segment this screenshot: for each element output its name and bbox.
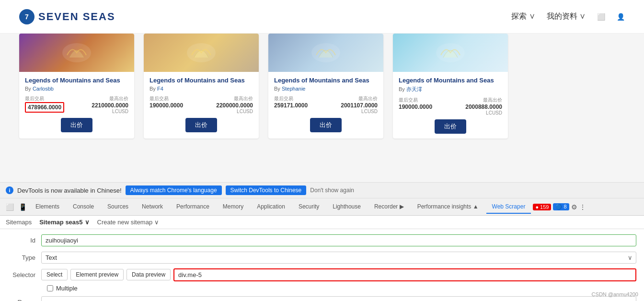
card-item: Legends of Mountains and Seas By Stephan… [268,34,383,139]
devtools-tab-security[interactable]: Security [293,200,325,214]
user-icon[interactable]: 👤 [617,13,625,21]
card-image [144,34,259,72]
nav-explore[interactable]: 探索 ∨ [511,12,535,22]
card-prices: 最后交易 190000.0000 最高出价 2200000.0000 LCUSD [150,95,253,114]
max-price-value: 2000888.0000 [465,104,502,110]
last-trade-label: 最后交易 [274,95,308,102]
last-trade-label: 最后交易 [399,97,432,104]
info-icon: i [6,186,13,194]
currency: LCUSD [92,109,128,114]
header: 7 SEVEN SEAS 探索 ∨ 我的资料 ∨ ⬜ 👤 [0,0,644,34]
match-language-button[interactable]: Always match Chrome's language [126,185,222,195]
devtools-tab-console[interactable]: Console [67,200,100,214]
id-row: Id [8,233,636,247]
bid-button[interactable]: 出价 [185,118,217,132]
card-author: By F4 [150,86,253,92]
id-label: Id [8,237,41,244]
currency: LCUSD [465,110,502,116]
devtools-device-icon[interactable]: 📱 [17,203,29,211]
multiple-row: Multiple [47,285,636,292]
devtools-panel: ⬜ 📱 ElementsConsoleSourcesNetworkPerform… [0,198,644,301]
max-price-block: 最高出价 2210000.0000 LCUSD [92,95,128,114]
card-author: By Carlosbb [25,86,128,92]
regex-input[interactable] [41,296,636,301]
more-options-icon[interactable]: ⋮ [579,203,586,211]
cards-row: Legends of Mountains and Seas By Carlosb… [19,34,625,139]
logo-text: SEVEN SEAS [38,11,115,23]
devtools-tab-application[interactable]: Application [251,200,291,214]
last-trade-value: 190000.0000 [150,102,183,109]
id-input[interactable] [41,234,636,246]
logo-area: 7 SEVEN SEAS [19,9,115,24]
max-price-label: 最高出价 [216,95,253,102]
nav-profile[interactable]: 我的资料 ∨ [547,12,586,22]
card-title: Legends of Mountains and Seas [274,77,378,84]
max-price-label: 最高出价 [92,95,128,102]
regex-label: Regex [8,299,41,301]
devtools-tab-network[interactable]: Network [136,200,169,214]
devtools-inspect-icon[interactable]: ⬜ [4,203,16,211]
create-sitemap-link[interactable]: Create new sitemap ∨ [97,219,160,226]
devtools-tab-lighthouse[interactable]: Lighthouse [327,200,367,214]
last-trade-block: 最后交易 259171.0000 [274,95,308,109]
dont-show-link[interactable]: Don't show again [310,187,354,194]
card-prices: 最后交易 190000.0000 最高出价 2000888.0000 LCUSD [399,97,502,116]
multiple-checkbox[interactable] [47,285,53,291]
bid-button[interactable]: 出价 [61,118,92,132]
max-price-value: 2210000.0000 [92,102,128,109]
devtools-tab-web-scraper[interactable]: Web Scraper [486,200,531,214]
last-trade-label: 最后交易 [150,95,183,102]
last-trade-label: 最后交易 [25,95,64,102]
devtools-tab-memory[interactable]: Memory [217,200,249,214]
selector-row: Selector Select Element preview Data pre… [8,267,636,282]
last-trade-value: 259171.0000 [274,102,308,109]
card-image [393,34,508,72]
type-row: Type Text Link Image ∨ [8,250,636,265]
devtools-notification-bar: i DevTools is now available in Chinese! … [0,182,644,198]
element-preview-button[interactable]: Element preview [70,269,124,280]
max-price-label: 最高出价 [341,95,378,102]
selector-input[interactable] [173,268,636,281]
sitemaps-link[interactable]: Sitemaps [6,219,32,226]
csdn-watermark: CSDN @anmu4200 [592,291,638,297]
data-preview-button[interactable]: Data preview [126,269,171,280]
card-image-bg [144,34,259,72]
max-price-block: 最高出价 2000888.0000 LCUSD [465,97,502,116]
sitemap-seas5-link[interactable]: Sitemap seas5 ∨ [39,219,89,226]
last-trade-block: 最后交易 190000.0000 [399,97,432,110]
bid-button[interactable]: 出价 [435,119,466,134]
card-author: By 亦天澪 [399,86,502,93]
switch-chinese-button[interactable]: Switch DevTools to Chinese [226,185,307,195]
devtools-tab-performance-insights-▲[interactable]: Performance insights ▲ [412,200,484,214]
main-content: Legends of Mountains and Seas By Carlosb… [0,34,644,182]
card-image [268,34,383,72]
card-image-bg [19,34,134,72]
devtools-tab-performance[interactable]: Performance [171,200,215,214]
devtools-tabs: ⬜ 📱 ElementsConsoleSourcesNetworkPerform… [0,198,644,216]
devtools-tab-elements[interactable]: Elements [30,200,65,214]
card-body: Legends of Mountains and Seas By Carlosb… [19,72,134,137]
type-select[interactable]: Text Link Image [41,252,636,264]
settings-icon[interactable]: ⚙ [571,203,577,211]
select-button[interactable]: Select [41,269,68,280]
card-item: Legends of Mountains and Seas By 亦天澪 最后交… [393,34,508,139]
warn-badge[interactable]: 🔵 8 [553,203,569,210]
card-image-bg [268,34,383,72]
last-trade-block: 最后交易 478966.0000 [25,95,64,113]
selector-label: Selector [8,271,41,278]
wallet-icon[interactable]: ⬜ [597,13,605,21]
sitemaps-bar: Sitemaps Sitemap seas5 ∨ Create new site… [0,216,644,229]
dropdown-arrow-icon: ∨ [154,219,159,226]
card-item: Legends of Mountains and Seas By F4 最后交易… [144,34,259,139]
devtools-tab-sources[interactable]: Sources [102,200,134,214]
multiple-label[interactable]: Multiple [56,285,78,292]
last-trade-block: 最后交易 190000.0000 [150,95,183,109]
logo-icon: 7 [19,9,34,24]
card-title: Legends of Mountains and Seas [399,77,502,84]
devtools-tab-recorder-▶[interactable]: Recorder ▶ [368,200,410,214]
bid-button[interactable]: 出价 [310,118,342,132]
type-label: Type [8,254,41,261]
card-author: By Stephanie [274,86,378,92]
form-area: Id Type Text Link Image ∨ Selector Selec… [0,229,644,301]
error-badge[interactable]: ● 159 [533,204,551,210]
